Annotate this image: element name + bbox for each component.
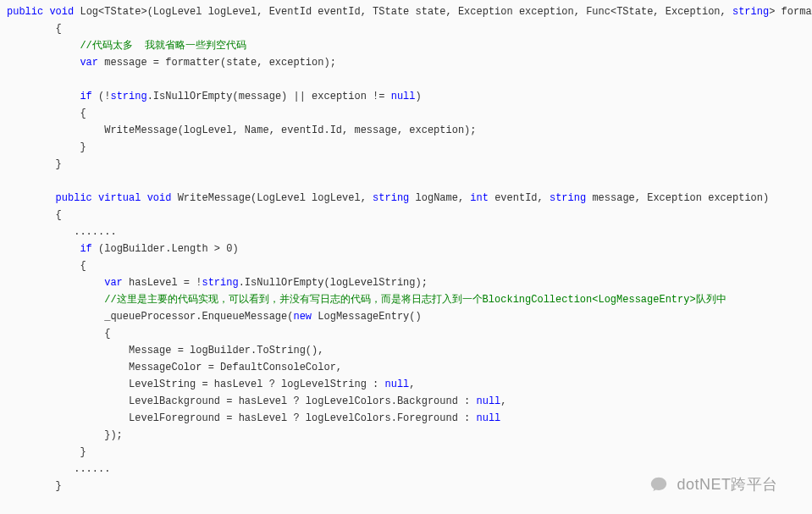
code-line: if (!string.IsNullOrEmpty(message) || ex… bbox=[7, 91, 422, 102]
keyword: public bbox=[7, 6, 43, 18]
code-block: public void Log<TState>(LogLevel logLeve… bbox=[0, 0, 812, 498]
comment: //代码太多 我就省略一些判空代码 bbox=[80, 40, 246, 52]
keyword: string bbox=[110, 91, 146, 102]
watermark-text: dotNET跨平台 bbox=[677, 476, 778, 493]
code-line: public void Log<TState>(LogLevel logLeve… bbox=[7, 6, 812, 18]
code-line: Message = logBuilder.ToString(), bbox=[7, 345, 323, 356]
keyword: string bbox=[550, 192, 586, 204]
keyword: void bbox=[147, 192, 172, 204]
code-line: LevelForeground = hasLevel ? logLevelCol… bbox=[7, 412, 500, 424]
code-line: LevelBackground = hasLevel ? logLevelCol… bbox=[7, 395, 507, 407]
comment: //这里是主要的代码实现，可以看到，并没有写日志的代码，而是将日志打入到一个Bl… bbox=[104, 294, 726, 306]
code-line: if (logBuilder.Length > 0) bbox=[7, 243, 239, 255]
code-line: { bbox=[7, 23, 62, 35]
keyword: var bbox=[104, 277, 123, 289]
keyword: new bbox=[293, 311, 312, 323]
wechat-icon bbox=[649, 475, 668, 494]
keyword: int bbox=[470, 192, 489, 204]
keyword: string bbox=[732, 6, 769, 18]
code-line: public virtual void WriteMessage(LogLeve… bbox=[7, 192, 769, 204]
keyword: string bbox=[373, 192, 409, 204]
keyword: if bbox=[80, 91, 91, 102]
code-line: MessageColor = DefaultConsoleColor, bbox=[7, 362, 342, 373]
code-line: } bbox=[7, 141, 86, 153]
code-line: { bbox=[7, 260, 86, 272]
code-line: //代码太多 我就省略一些判空代码 bbox=[7, 40, 246, 52]
code-line: var hasLevel = !string.IsNullOrEmpty(log… bbox=[7, 277, 428, 289]
code-line: var message = formatter(state, exception… bbox=[7, 57, 336, 69]
code-line: ...... bbox=[7, 463, 110, 475]
code-line: _queueProcessor.EnqueueMessage(new LogMe… bbox=[7, 311, 422, 323]
code-line: } bbox=[7, 158, 62, 170]
code-line: WriteMessage(logLevel, Name, eventId.Id,… bbox=[7, 124, 477, 136]
code-line: }); bbox=[7, 429, 123, 441]
keyword: public bbox=[56, 192, 92, 204]
code-line: LevelString = hasLevel ? logLevelString … bbox=[7, 379, 416, 390]
keyword: string bbox=[202, 277, 238, 289]
code-line: } bbox=[7, 446, 86, 458]
keyword: null bbox=[384, 379, 409, 390]
keyword: null bbox=[477, 395, 501, 407]
code-line: //这里是主要的代码实现，可以看到，并没有写日志的代码，而是将日志打入到一个Bl… bbox=[7, 294, 726, 306]
keyword: virtual bbox=[98, 192, 141, 204]
code-line: ....... bbox=[7, 226, 117, 238]
keyword: var bbox=[80, 57, 98, 69]
keyword: null bbox=[477, 412, 501, 424]
keyword: void bbox=[49, 6, 74, 18]
code-line: { bbox=[7, 209, 62, 221]
keyword: null bbox=[391, 91, 416, 102]
code-line: } bbox=[7, 480, 62, 492]
code-line: { bbox=[7, 328, 110, 340]
code-line: { bbox=[7, 108, 86, 119]
watermark: dotNET跨平台 bbox=[649, 475, 778, 494]
keyword: if bbox=[80, 243, 91, 255]
